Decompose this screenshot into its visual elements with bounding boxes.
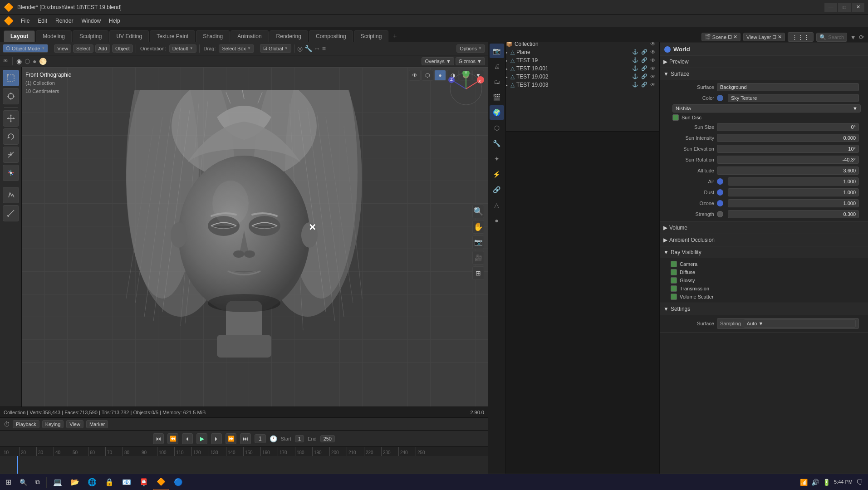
overlay-toggle[interactable]: Overlays ▼ bbox=[422, 57, 454, 65]
tab-shading[interactable]: Shading bbox=[196, 30, 230, 42]
annotate-tool[interactable] bbox=[3, 187, 19, 203]
mode-selector[interactable]: ⬡ Object Mode ▼ bbox=[3, 44, 48, 53]
menu-window[interactable]: Window bbox=[78, 16, 104, 25]
taskbar-folder[interactable]: 📂 bbox=[67, 474, 83, 490]
object-properties-icon[interactable]: ⬡ bbox=[490, 121, 504, 135]
outliner-test19[interactable]: ▶ △ TEST 19 ⚓ 🔗 👁 bbox=[490, 56, 659, 64]
viewport-toggle-2[interactable]: ⬡ bbox=[422, 70, 433, 81]
ray-visibility-header[interactable]: ▼ Ray Visibility bbox=[660, 246, 868, 258]
sun-elevation-value[interactable]: 10° bbox=[717, 145, 859, 153]
keying-menu[interactable]: Keying bbox=[42, 420, 64, 428]
strength-value[interactable]: 0.300 bbox=[728, 210, 859, 218]
transform-tool[interactable] bbox=[3, 165, 19, 181]
jump-back-btn[interactable]: ⏪ bbox=[167, 433, 178, 444]
scene-properties-icon[interactable]: 🎬 bbox=[490, 90, 504, 104]
measure-tool[interactable] bbox=[3, 205, 19, 221]
color-value[interactable]: Sky Texture bbox=[728, 94, 859, 102]
add-workspace-button[interactable]: + bbox=[389, 30, 400, 42]
world-properties-icon[interactable]: 🌍 bbox=[490, 105, 504, 120]
step-back-btn[interactable]: ⏴ bbox=[182, 433, 193, 444]
taskbar-chrome[interactable]: 🔵 bbox=[170, 474, 186, 490]
air-value[interactable]: 1.000 bbox=[728, 177, 859, 186]
ozone-value[interactable]: 1.000 bbox=[728, 199, 859, 207]
test19-001-eye-icon[interactable]: 👁 bbox=[650, 65, 656, 72]
taskbar-store[interactable]: 📮 bbox=[136, 474, 152, 490]
menu-file[interactable]: File bbox=[17, 16, 33, 25]
surface-value[interactable]: Background bbox=[717, 83, 859, 91]
task-view-button[interactable]: ⧉ bbox=[32, 474, 44, 490]
taskbar-pc[interactable]: 💻 bbox=[49, 474, 66, 490]
start-button[interactable]: ⊞ bbox=[2, 474, 15, 490]
volume-header[interactable]: ▶ Volume bbox=[660, 222, 868, 234]
view-layer-dropdown[interactable]: View Layer ⊟ ✕ bbox=[743, 33, 785, 41]
test19-eye-icon[interactable]: 👁 bbox=[650, 57, 656, 64]
plane-eye-icon[interactable]: 👁 bbox=[650, 49, 656, 55]
camera-view-tool[interactable]: 📷 bbox=[472, 235, 484, 249]
zoom-tool[interactable]: 🔍 bbox=[472, 205, 484, 218]
taskbar-edge[interactable]: 🌐 bbox=[84, 474, 100, 490]
gizmo-toggle[interactable]: Gizmos ▼ bbox=[456, 57, 485, 65]
menu-render[interactable]: Render bbox=[52, 16, 77, 25]
current-frame-display[interactable]: 1 bbox=[255, 434, 266, 443]
grid-view-tool[interactable]: ⊞ bbox=[472, 266, 484, 280]
extra-btns[interactable]: ≡ bbox=[322, 45, 326, 52]
snap-dropdown[interactable]: ⊡ Global ▼ bbox=[260, 44, 291, 53]
wireframe-mode-btn[interactable]: ⬡ bbox=[25, 58, 30, 65]
step-forward-btn[interactable]: ⏵ bbox=[211, 433, 222, 444]
snap-btn[interactable]: 🔧 bbox=[304, 45, 312, 52]
tab-uv-editing[interactable]: UV Editing bbox=[109, 30, 149, 42]
constraints-properties-icon[interactable]: 🔗 bbox=[490, 182, 504, 197]
object-menu[interactable]: Object bbox=[112, 44, 133, 53]
outliner-test19-001[interactable]: ▶ △ TEST 19.001 ⚓ 🔗 👁 bbox=[490, 64, 659, 73]
select-menu[interactable]: Select bbox=[73, 44, 93, 53]
marker-menu[interactable]: Marker bbox=[86, 420, 108, 428]
tab-layout[interactable]: Layout bbox=[4, 30, 35, 42]
notification-icon[interactable]: 🗨 bbox=[856, 479, 863, 486]
menu-edit[interactable]: Edit bbox=[34, 16, 51, 25]
scene-dropdown[interactable]: 🎬 Scene ⊟ ✕ bbox=[701, 33, 740, 41]
glossy-checkbox[interactable] bbox=[671, 277, 677, 284]
close-button[interactable]: ✕ bbox=[852, 3, 864, 12]
sun-size-value[interactable]: 0° bbox=[717, 123, 859, 131]
sync-icon[interactable]: ⟳ bbox=[859, 34, 864, 41]
cursor-tool[interactable] bbox=[3, 88, 19, 104]
viewport[interactable]: Front Orthographic (1) Collection 10 Cen… bbox=[22, 67, 488, 417]
volume-scatter-checkbox[interactable] bbox=[671, 294, 677, 300]
jump-to-end-btn[interactable]: ⏭ bbox=[240, 433, 251, 444]
taskbar-lock[interactable]: 🔒 bbox=[101, 474, 118, 490]
sun-rotation-value[interactable]: -40.3° bbox=[717, 156, 859, 164]
options-dropdown[interactable]: Options ▼ bbox=[456, 44, 485, 53]
solid-mode-btn[interactable]: ◉ bbox=[16, 58, 22, 65]
tab-rendering[interactable]: Rendering bbox=[270, 30, 308, 42]
tab-sculpting[interactable]: Sculpting bbox=[73, 30, 108, 42]
particles-properties-icon[interactable]: ✦ bbox=[490, 152, 504, 166]
add-menu[interactable]: Add bbox=[95, 44, 111, 53]
proportional-edit-btn[interactable]: ◎ bbox=[297, 45, 303, 52]
speaker-icon[interactable]: 🔊 bbox=[811, 479, 819, 486]
tab-modeling[interactable]: Modeling bbox=[36, 30, 72, 42]
viewport-solid-mode[interactable]: ● bbox=[434, 70, 446, 81]
viewport-toggle-1[interactable]: 👁 bbox=[409, 70, 421, 81]
orientation-dropdown[interactable]: Default ▼ bbox=[169, 44, 196, 53]
sampling-dropdown[interactable]: Auto ▼ bbox=[744, 319, 856, 328]
view-menu-tl[interactable]: View bbox=[66, 420, 83, 428]
clock-display[interactable]: 5:44 PM bbox=[834, 479, 853, 485]
outliner-test19-003[interactable]: ▶ △ TEST 19.003 ⚓ 🔗 👁 bbox=[490, 81, 659, 89]
drag-dropdown[interactable]: Select Box ▼ bbox=[219, 44, 254, 53]
test19-002-eye-icon[interactable]: 👁 bbox=[650, 74, 656, 80]
minimize-button[interactable]: — bbox=[824, 3, 837, 12]
view-render-tool[interactable]: 🎥 bbox=[472, 251, 484, 265]
overlay-menu[interactable]: ⋮⋮⋮ bbox=[788, 32, 814, 42]
modifier-properties-icon[interactable]: 🔧 bbox=[490, 136, 504, 151]
test19-003-eye-icon[interactable]: 👁 bbox=[650, 82, 656, 88]
jump-to-start-btn[interactable]: ⏮ bbox=[153, 433, 164, 444]
playback-menu[interactable]: Playback bbox=[13, 420, 39, 428]
jump-forward-btn[interactable]: ⏩ bbox=[226, 433, 236, 444]
scale-tool[interactable] bbox=[3, 147, 19, 163]
altitude-value[interactable]: 3.600 bbox=[717, 167, 859, 175]
scene-close-icon[interactable]: ✕ bbox=[733, 34, 737, 40]
blender-menu-icon[interactable]: 🔶 bbox=[4, 16, 14, 26]
render-preview-btn[interactable]: 🌕 bbox=[39, 58, 47, 65]
surface-header[interactable]: ▼ Surface bbox=[660, 68, 868, 80]
view-menu[interactable]: View bbox=[54, 44, 71, 53]
